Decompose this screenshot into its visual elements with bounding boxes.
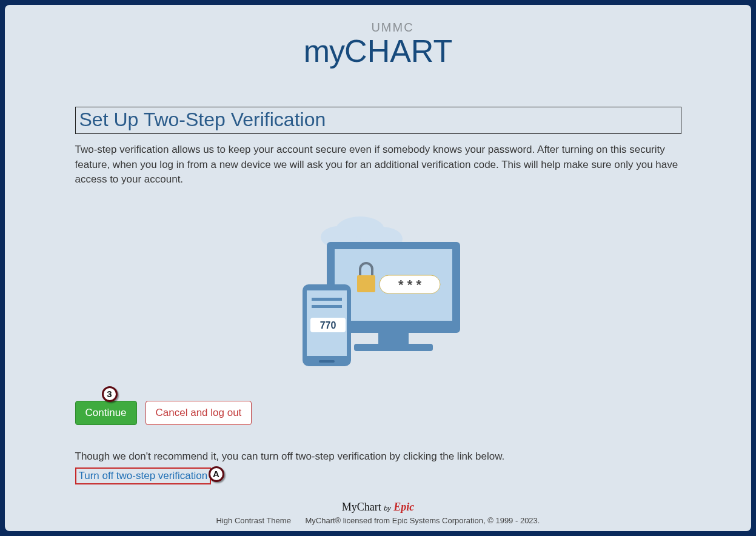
svg-rect-6 [354,344,433,351]
svg-rect-12 [312,298,342,301]
main-content: Set Up Two-Step Verification Two-step ve… [75,107,681,484]
svg-rect-11 [319,360,335,363]
footer-brand: MyChart by Epic [5,501,751,514]
page-description: Two-step verification allows us to keep … [75,142,681,187]
button-row: 3 Continue Cancel and log out [75,401,681,425]
cancel-logout-button[interactable]: Cancel and log out [146,401,252,425]
verification-code: 770 [319,320,336,330]
page-title: Set Up Two-Step Verification [75,107,681,134]
logo: UMMC myCHART [5,5,751,69]
logo-org: UMMC [34,22,751,33]
svg-rect-13 [312,305,342,308]
footer-license: MyChart® licensed from Epic Systems Corp… [306,516,540,525]
footer-mychart: MyChart [342,501,381,513]
svg-rect-7 [357,275,375,292]
high-contrast-theme-link[interactable]: High Contrast Theme [216,516,291,525]
password-mask: * * * [398,277,421,292]
footer-epic: Epic [393,501,414,513]
annotation-marker-3: 3 [102,386,118,402]
app-window: UMMC myCHART Set Up Two-Step Verificatio… [5,5,751,531]
svg-rect-5 [378,333,409,345]
logo-my: my [304,33,344,69]
logo-chart: CHART [344,33,452,69]
footer-links: High Contrast Theme MyChart® licensed fr… [5,516,751,525]
continue-button[interactable]: Continue [75,401,137,425]
footer: MyChart by Epic High Contrast Theme MyCh… [5,501,751,525]
annotation-marker-a: A [209,466,224,482]
two-step-illustration: * * * 770 [75,212,681,372]
opt-out-note: Though we don't recommend it, you can tu… [75,451,681,463]
turn-off-two-step-link[interactable]: Turn off two-step verification [79,470,208,481]
security-devices-icon: * * * 770 [281,212,475,369]
turn-off-link-highlight: Turn off two-step verification A [75,467,212,484]
footer-by: by [384,504,391,512]
